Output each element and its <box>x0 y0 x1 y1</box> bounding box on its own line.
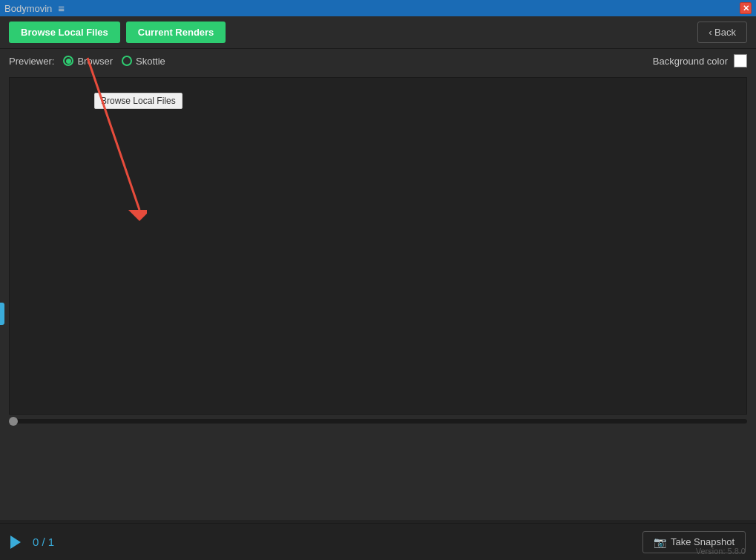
background-color-area: Background color <box>653 54 747 67</box>
radio-browser[interactable]: Browser <box>63 56 113 67</box>
left-edge-indicator <box>0 303 4 325</box>
toolbar: Browse Local Files Current Renders ‹ Bac… <box>0 16 756 49</box>
radio-browser-label: Browser <box>77 56 113 67</box>
close-button[interactable]: ✕ <box>740 2 752 14</box>
app-title: Bodymovin <box>4 3 52 14</box>
bottom-bar: 0 / 1 📷 Take Snapshot <box>0 523 756 560</box>
camera-icon: 📷 <box>654 536 666 548</box>
preview-canvas <box>9 77 747 415</box>
current-renders-button[interactable]: Current Renders <box>126 22 226 43</box>
version-label: Version: 5.8.0 <box>696 547 746 556</box>
previewer-row: Previewer: Browser Skottie Background co… <box>0 49 756 73</box>
back-button[interactable]: ‹ Back <box>697 22 747 43</box>
background-color-label: Background color <box>653 56 728 67</box>
progress-bar-background[interactable] <box>9 419 747 424</box>
play-button[interactable] <box>10 536 21 549</box>
radio-skottie[interactable]: Skottie <box>122 56 165 67</box>
titlebar: Bodymovin ≡ ✕ <box>0 0 756 16</box>
progress-area <box>0 419 756 424</box>
background-color-swatch[interactable] <box>734 54 747 67</box>
menu-icon[interactable]: ≡ <box>58 2 65 15</box>
radio-browser-circle[interactable] <box>63 56 73 66</box>
radio-skottie-circle[interactable] <box>122 56 132 66</box>
browse-local-files-button[interactable]: Browse Local Files <box>9 22 120 43</box>
frame-counter: 0 / 1 <box>33 536 54 548</box>
tooltip: Browse Local Files <box>94 93 183 109</box>
progress-dot[interactable] <box>9 417 18 426</box>
radio-skottie-label: Skottie <box>136 56 165 67</box>
previewer-label: Previewer: <box>9 56 54 67</box>
